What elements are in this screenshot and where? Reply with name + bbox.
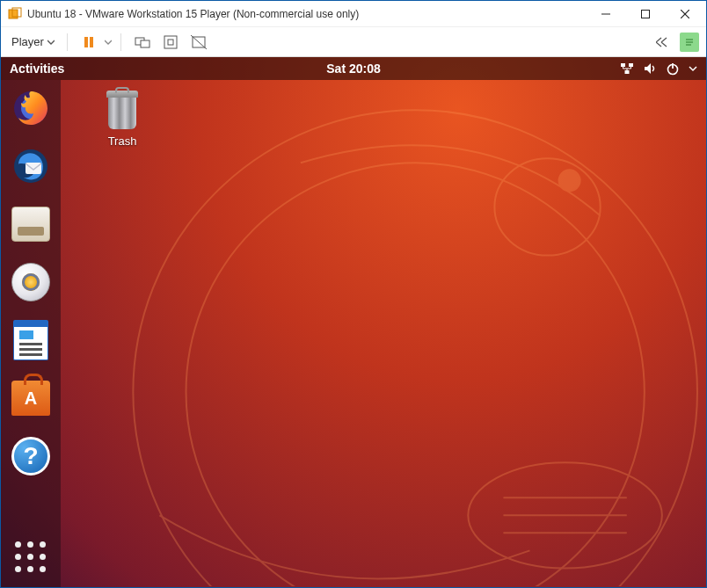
guest-desktop[interactable]: Activities Sat 20:08 bbox=[1, 57, 706, 587]
fullscreen-icon bbox=[164, 35, 178, 49]
minimize-button[interactable] bbox=[586, 1, 625, 27]
dock-item-libreoffice-writer[interactable] bbox=[10, 319, 52, 361]
network-icon bbox=[620, 62, 634, 76]
svg-rect-7 bbox=[90, 37, 93, 47]
libreoffice-writer-icon bbox=[13, 320, 48, 360]
maximize-button[interactable] bbox=[625, 1, 665, 27]
desktop-icon-label: Trash bbox=[87, 134, 157, 148]
chevron-down-icon[interactable] bbox=[105, 39, 112, 46]
chevron-down-icon bbox=[689, 64, 697, 73]
ubuntu-software-icon bbox=[11, 381, 50, 416]
cycle-devices-button[interactable] bbox=[652, 30, 676, 54]
power-icon bbox=[666, 62, 680, 76]
notes-button[interactable] bbox=[680, 33, 699, 52]
gnome-topbar: Activities Sat 20:08 bbox=[1, 57, 706, 80]
activities-button[interactable]: Activities bbox=[10, 62, 64, 76]
rhythmbox-icon bbox=[11, 263, 50, 301]
svg-rect-11 bbox=[168, 40, 173, 45]
dock-item-thunderbird[interactable] bbox=[10, 145, 52, 187]
help-icon: ? bbox=[11, 437, 50, 475]
firefox-icon bbox=[11, 89, 50, 127]
send-cad-icon bbox=[135, 35, 150, 49]
svg-rect-3 bbox=[641, 10, 649, 18]
dock-item-firefox[interactable] bbox=[10, 87, 52, 129]
ubuntu-dock: ? bbox=[1, 80, 61, 587]
system-status-area[interactable] bbox=[620, 62, 697, 76]
files-icon bbox=[11, 207, 50, 242]
fullscreen-button[interactable] bbox=[158, 30, 183, 54]
thunderbird-icon bbox=[11, 147, 50, 185]
dock-item-rhythmbox[interactable] bbox=[10, 261, 52, 303]
close-button[interactable] bbox=[665, 1, 704, 27]
svg-rect-26 bbox=[629, 63, 633, 67]
pause-vm-button[interactable] bbox=[77, 30, 101, 54]
unity-icon bbox=[191, 35, 207, 49]
svg-rect-33 bbox=[26, 163, 41, 174]
vmware-titlebar: Ubuntu 18 - VMware Workstation 15 Player… bbox=[1, 1, 706, 27]
desktop-area[interactable]: Trash bbox=[61, 80, 706, 587]
vmware-app-icon bbox=[8, 7, 22, 21]
unity-mode-button[interactable] bbox=[186, 30, 211, 54]
player-menu-label: Player bbox=[11, 35, 44, 48]
chevron-down-icon bbox=[47, 39, 55, 46]
notes-icon bbox=[683, 36, 696, 48]
show-applications-button[interactable] bbox=[13, 540, 48, 575]
svg-rect-10 bbox=[164, 36, 177, 48]
svg-rect-27 bbox=[625, 70, 630, 74]
trash-icon bbox=[101, 89, 143, 131]
svg-rect-9 bbox=[141, 40, 149, 47]
topbar-clock[interactable]: Sat 20:08 bbox=[326, 62, 380, 76]
pause-icon bbox=[82, 35, 96, 49]
dock-item-help[interactable]: ? bbox=[10, 435, 52, 477]
player-menu[interactable]: Player bbox=[8, 33, 58, 50]
window-title: Ubuntu 18 - VMware Workstation 15 Player… bbox=[27, 8, 586, 20]
send-ctrl-alt-del-button[interactable] bbox=[130, 30, 155, 54]
window-control-buttons bbox=[586, 1, 704, 27]
cycle-icon bbox=[656, 37, 672, 47]
volume-icon bbox=[643, 62, 657, 76]
desktop-icon-trash[interactable]: Trash bbox=[87, 89, 157, 148]
dock-item-files[interactable] bbox=[10, 203, 52, 245]
svg-rect-6 bbox=[84, 37, 88, 47]
svg-rect-25 bbox=[621, 63, 625, 67]
dock-item-ubuntu-software[interactable] bbox=[10, 377, 52, 419]
vmware-toolbar: Player bbox=[1, 27, 706, 57]
